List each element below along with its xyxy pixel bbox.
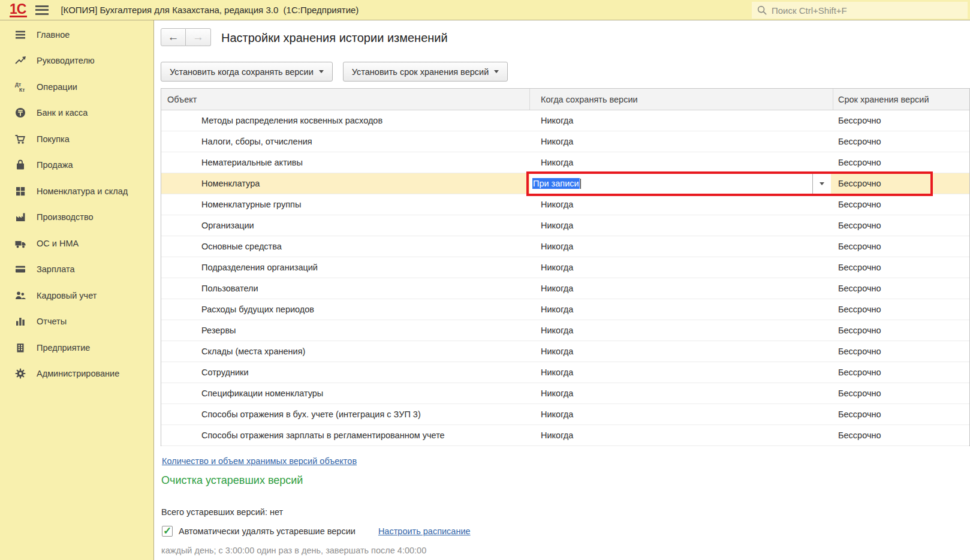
table-row[interactable]: Основные средства Никогда Бессрочно <box>161 236 969 257</box>
cell-when[interactable]: Никогда <box>530 389 833 398</box>
main-menu-icon[interactable] <box>35 5 49 15</box>
cell-when[interactable]: Никогда <box>530 430 833 440</box>
cart-icon <box>14 133 26 145</box>
table-row[interactable]: Подразделения организаций Никогда Бессро… <box>161 257 969 278</box>
cell-when[interactable]: Никогда <box>530 200 833 209</box>
when-save-combobox[interactable]: При записи <box>530 174 831 194</box>
column-header-when[interactable]: Когда сохранять версии <box>530 89 833 110</box>
svg-text:Кт: Кт <box>19 87 25 93</box>
app-window: 1С [КОПИЯ] Бухгалтерия для Казахстана, р… <box>0 0 970 560</box>
table-row[interactable]: Спецификации номенклатуры Никогда Бессро… <box>161 383 969 404</box>
table-row[interactable]: Расходы будущих периодов Никогда Бессроч… <box>161 299 969 320</box>
cell-when[interactable]: Никогда <box>530 347 833 356</box>
sidebar-item-kadrovyi-uchet[interactable]: Кадровый учет <box>0 282 153 309</box>
auto-delete-checkbox[interactable]: ✓ <box>162 526 173 537</box>
cell-term[interactable]: Бессрочно <box>833 116 969 125</box>
configure-schedule-link[interactable]: Настроить расписание <box>378 526 471 536</box>
auto-delete-label: Автоматически удалять устаревшие версии <box>179 526 356 536</box>
sidebar-item-label: Номенклатура и склад <box>37 186 128 196</box>
content-area: ← → Настройки хранения истории изменений… <box>154 20 970 560</box>
forward-button[interactable]: → <box>186 28 211 46</box>
checkbox-check-icon: ✓ <box>163 525 171 537</box>
sidebar-item-predpriyatie[interactable]: Предприятие <box>0 335 153 361</box>
cell-when[interactable]: Никогда <box>530 242 833 251</box>
sidebar-item-pokupka[interactable]: Покупка <box>0 126 153 152</box>
cell-when[interactable]: Никогда <box>530 158 833 167</box>
back-icon: ← <box>168 31 179 44</box>
cell-term[interactable]: Бессрочно <box>833 410 969 419</box>
sidebar-item-administrirovanie[interactable]: Администрирование <box>0 361 153 387</box>
cell-when[interactable]: Никогда <box>530 368 833 377</box>
sidebar-item-zarplata[interactable]: Зарплата <box>0 257 153 283</box>
chevron-down-icon <box>494 70 499 73</box>
sidebar-item-prodazha[interactable]: Продажа <box>0 152 153 179</box>
cell-term[interactable]: Бессрочно <box>833 389 969 398</box>
back-button[interactable]: ← <box>161 28 186 46</box>
search-icon <box>757 5 768 16</box>
cell-term[interactable]: Бессрочно <box>833 242 969 251</box>
table-row[interactable]: Способы отражения зарплаты в регламентир… <box>161 425 969 446</box>
coin-icon <box>14 107 26 119</box>
cell-term[interactable]: Бессрочно <box>833 347 969 356</box>
sidebar-item-glavnoe[interactable]: Главное <box>0 22 153 48</box>
sidebar-item-rukovoditelyu[interactable]: Руководителю <box>0 48 153 74</box>
table-row[interactable]: Номенклатурные группы Никогда Бессрочно <box>161 194 969 215</box>
table-row[interactable]: Налоги, сборы, отчисления Никогда Бессро… <box>161 131 969 152</box>
combobox-dropdown-button[interactable] <box>812 174 831 194</box>
sidebar-item-otchety[interactable]: Отчеты <box>0 309 153 335</box>
cell-when[interactable]: Никогда <box>530 305 833 314</box>
column-header-object[interactable]: Объект <box>161 89 530 110</box>
cell-object: Склады (места хранения) <box>161 347 530 356</box>
sidebar-item-operacii[interactable]: ДтКт Операции <box>0 74 153 100</box>
cell-when[interactable]: Никогда <box>530 284 833 293</box>
stored-versions-link[interactable]: Количество и объем хранимых версий объек… <box>162 456 357 466</box>
cell-term[interactable]: Бессрочно <box>833 137 969 146</box>
sidebar-item-label: Зарплата <box>37 264 75 274</box>
table-row[interactable]: Организации Никогда Бессрочно <box>161 215 969 236</box>
cleanup-heading: Очистка устаревших версий <box>161 474 303 487</box>
table-row[interactable]: Методы распределения косвенных расходов … <box>161 110 969 131</box>
search-input[interactable] <box>772 5 968 16</box>
cell-term[interactable]: Бессрочно <box>833 263 969 272</box>
column-header-term[interactable]: Срок хранения версий <box>833 95 969 104</box>
cell-object: Основные средства <box>161 242 530 251</box>
cell-term[interactable]: Бессрочно <box>833 179 969 188</box>
cell-term[interactable]: Бессрочно <box>833 221 969 230</box>
table-row[interactable]: Склады (места хранения) Никогда Бессрочн… <box>161 341 969 362</box>
table-row[interactable]: Сотрудники Никогда Бессрочно <box>161 362 969 383</box>
cell-when[interactable]: Никогда <box>530 116 833 125</box>
table-row[interactable]: Пользователи Никогда Бессрочно <box>161 278 969 299</box>
sidebar-item-label: Предприятие <box>37 343 90 353</box>
sidebar-item-bank-i-kassa[interactable]: Банк и касса <box>0 100 153 127</box>
gear-icon <box>14 368 26 380</box>
sidebar-item-label: Банк и касса <box>37 108 88 118</box>
table-header: Объект Когда сохранять версии Срок хране… <box>161 89 969 110</box>
cell-term[interactable]: Бессрочно <box>833 284 969 293</box>
cell-term[interactable]: Бессрочно <box>833 305 969 314</box>
cell-when[interactable]: Никогда <box>530 137 833 146</box>
sidebar-item-label: Руководителю <box>37 56 95 65</box>
cell-when[interactable]: Никогда <box>530 221 833 230</box>
sidebar-item-proizvodstvo[interactable]: Производство <box>0 204 153 231</box>
set-when-save-versions-button[interactable]: Установить когда сохранять версии <box>161 62 333 82</box>
cell-term[interactable]: Бессрочно <box>833 200 969 209</box>
global-search[interactable] <box>752 2 968 19</box>
sidebar-item-nomenklatura-i-sklad[interactable]: Номенклатура и склад <box>0 178 153 204</box>
table-row[interactable]: Нематериальные активы Никогда Бессрочно <box>161 152 969 173</box>
table-row-nomenklatura-editing[interactable]: Номенклатура При записи Бессрочно <box>161 173 969 194</box>
factory-icon <box>14 211 26 223</box>
set-storage-term-button[interactable]: Установить срок хранения версий <box>343 62 508 82</box>
cell-term[interactable]: Бессрочно <box>833 430 969 440</box>
cell-when[interactable]: Никогда <box>530 326 833 335</box>
cell-term[interactable]: Бессрочно <box>833 326 969 335</box>
sidebar-item-label: Главное <box>37 30 70 40</box>
cell-object: Организации <box>161 221 530 230</box>
combobox-value[interactable]: При записи <box>530 174 812 194</box>
cell-when[interactable]: Никогда <box>530 410 833 419</box>
cell-term[interactable]: Бессрочно <box>833 368 969 377</box>
cell-when[interactable]: Никогда <box>530 263 833 272</box>
cell-term[interactable]: Бессрочно <box>833 158 969 167</box>
table-row[interactable]: Способы отражения в бух. учете (интеграц… <box>161 404 969 425</box>
table-row[interactable]: Резервы Никогда Бессрочно <box>161 320 969 341</box>
sidebar-item-os-i-nma[interactable]: ОС и НМА <box>0 230 153 257</box>
